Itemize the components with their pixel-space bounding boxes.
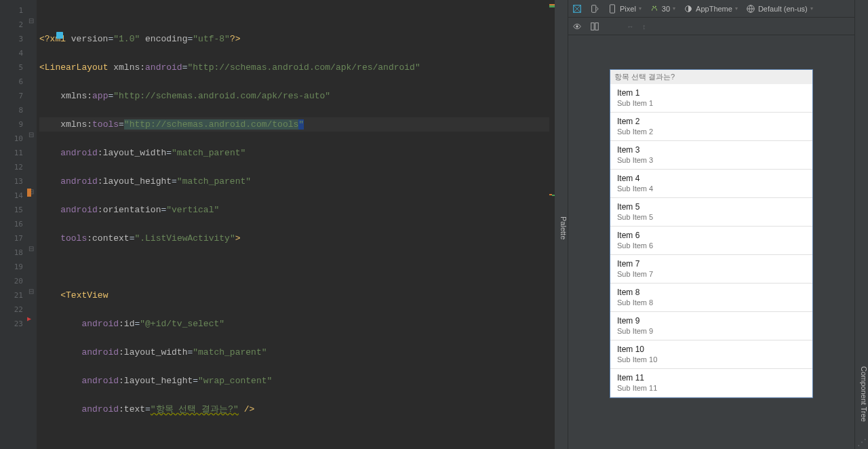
pan-v-icon[interactable]: ↕ <box>642 22 646 31</box>
design-toolbar: Pixel▾ 30▾ AppTheme▾ Default (en-us)▾ <box>568 0 854 18</box>
svg-point-4 <box>655 5 656 7</box>
split-icon[interactable] <box>590 22 599 31</box>
device-frame: 항목 선택 결과는? Item 1Sub Item 1Item 2Sub Ite… <box>610 69 813 398</box>
component-tree-tab[interactable]: Component Tree <box>854 0 868 449</box>
list-item[interactable]: Item 3Sub Item 3 <box>610 141 812 170</box>
fold-gutter: ⊟ ⊟ ⊟ ⊟ ⊟ <box>27 0 37 449</box>
theme-dropdown[interactable]: AppTheme▾ <box>684 4 738 14</box>
listview-preview: Item 1Sub Item 1Item 2Sub Item 2Item 3Su… <box>610 84 812 397</box>
svg-point-3 <box>652 5 654 7</box>
list-item[interactable]: Item 5Sub Item 5 <box>610 198 812 227</box>
error-stripe <box>549 0 555 449</box>
svg-point-7 <box>576 25 578 28</box>
list-item[interactable]: Item 8Sub Item 8 <box>610 284 812 312</box>
view-toolbar: ↔ ↕ <box>568 18 854 35</box>
svg-rect-1 <box>592 5 596 12</box>
preview-canvas[interactable]: 항목 선택 결과는? Item 1Sub Item 1Item 2Sub Ite… <box>568 35 854 449</box>
list-item[interactable]: Item 1Sub Item 1 <box>610 84 812 113</box>
svg-rect-0 <box>56 32 63 39</box>
palette-tab[interactable]: Palette <box>555 0 568 449</box>
warning-marker <box>27 189 31 197</box>
resize-grip-icon[interactable]: ⋰ <box>857 437 867 448</box>
device-dropdown[interactable]: Pixel▾ <box>608 4 642 14</box>
svg-rect-9 <box>595 22 598 30</box>
svg-rect-2 <box>610 4 615 12</box>
design-pane: Palette Pixel▾ 30▾ AppTheme▾ Default (en… <box>555 0 868 449</box>
api-dropdown[interactable]: 30▾ <box>650 4 675 14</box>
preview-header: 항목 선택 결과는? <box>610 70 812 84</box>
orientation-icon[interactable] <box>590 4 599 14</box>
eye-icon[interactable] <box>572 22 582 31</box>
list-item[interactable]: Item 7Sub Item 7 <box>610 255 812 284</box>
surface-icon[interactable] <box>572 4 582 14</box>
pan-h-icon[interactable]: ↔ <box>627 22 634 31</box>
list-item[interactable]: Item 10Sub Item 10 <box>610 340 812 369</box>
list-item[interactable]: Item 11Sub Item 11 <box>610 369 812 397</box>
code-area[interactable]: <?xml version="1.0" encoding="utf-8"?> <… <box>37 0 549 449</box>
line-gutter: 1234567891011121314151617181920212223 <box>0 0 27 449</box>
list-item[interactable]: Item 2Sub Item 2 <box>610 113 812 141</box>
breakpoint-icon[interactable]: ▶ <box>27 312 31 326</box>
code-editor[interactable]: 1234567891011121314151617181920212223 ⊟ … <box>0 0 555 449</box>
list-item[interactable]: Item 4Sub Item 4 <box>610 170 812 198</box>
list-item[interactable]: Item 6Sub Item 6 <box>610 227 812 255</box>
list-item[interactable]: Item 9Sub Item 9 <box>610 312 812 340</box>
svg-rect-8 <box>591 22 594 30</box>
locale-dropdown[interactable]: Default (en-us)▾ <box>746 4 813 14</box>
layout-icon <box>14 16 64 58</box>
